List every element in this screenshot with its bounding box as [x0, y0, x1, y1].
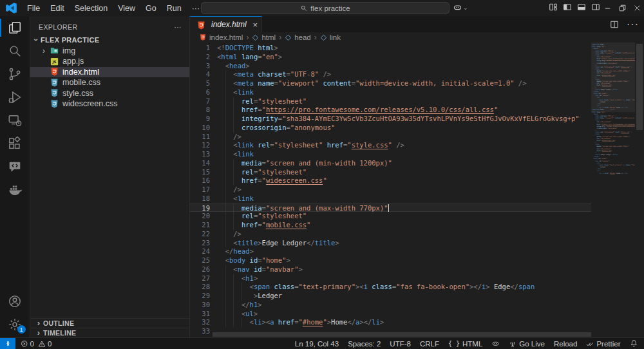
toggle-panel-icon[interactable]: [577, 3, 586, 12]
warning-count: 0: [48, 340, 52, 348]
code-line-26[interactable]: 26 <nav id="navbar">: [190, 265, 591, 274]
status-reload[interactable]: Reload: [554, 340, 577, 348]
vertical-scrollbar[interactable]: [636, 44, 643, 130]
chevron-right-icon: ›: [39, 48, 48, 54]
settings-gear-icon[interactable]: 1: [0, 313, 30, 336]
section-outline[interactable]: ›OUTLINE: [30, 318, 189, 328]
tree-item-style-css[interactable]: style.css: [30, 88, 189, 99]
search-icon[interactable]: [0, 39, 30, 62]
toggle-primary-sidebar-icon[interactable]: [563, 3, 572, 12]
problems-status[interactable]: 0 0: [21, 340, 52, 348]
minimize-button[interactable]: [600, 0, 615, 16]
menu-file[interactable]: File: [22, 3, 45, 14]
tab-index-html[interactable]: index.html ×: [190, 16, 262, 32]
remote-explorer-icon[interactable]: [0, 109, 30, 132]
line-number: 24: [190, 247, 210, 256]
code-line-32[interactable]: 32 <li><a href="#home">Home</a></li>: [190, 318, 591, 327]
folder-root[interactable]: ›FLEX PRACTICE: [30, 35, 189, 46]
breadcrumb-head[interactable]: head: [285, 33, 311, 41]
code-line-17[interactable]: 17 />: [190, 185, 591, 194]
remote-indicator[interactable]: [0, 338, 15, 349]
menu-run[interactable]: Run: [162, 3, 187, 14]
account-icon[interactable]: [0, 290, 30, 313]
code-line-14[interactable]: 14 media="screen and (min-width 1200px)": [190, 159, 591, 168]
close-button[interactable]: [630, 0, 644, 16]
code-line-5[interactable]: 5 <meta name="viewport" content="width=d…: [190, 79, 591, 88]
tree-item-app-js[interactable]: JSapp.js: [30, 56, 189, 67]
breadcrumb-html[interactable]: html: [252, 33, 276, 41]
tree-item-widescreen-css[interactable]: widescreen.css: [30, 99, 189, 109]
html-file-icon: [196, 21, 205, 29]
line-number: 15: [190, 168, 210, 177]
code-line-16[interactable]: 16 href="widescreen.css": [190, 176, 591, 185]
status-eol[interactable]: CRLF: [420, 340, 439, 348]
code-line-18[interactable]: 18 <link: [190, 194, 591, 203]
status-notifications[interactable]: [630, 339, 638, 348]
copilot-menu[interactable]: ⌄: [453, 3, 468, 12]
customize-layout-icon[interactable]: [549, 3, 558, 12]
menu-edit[interactable]: Edit: [45, 3, 70, 14]
code-line-30[interactable]: 30 </h1>: [190, 301, 591, 310]
views-more-actions-icon[interactable]: ···: [174, 23, 182, 31]
status-copilot-status[interactable]: [491, 339, 500, 348]
status-language-mode[interactable]: { }HTML: [448, 340, 482, 348]
code-line-12[interactable]: 12 <link rel="stylesheet" href="style.cs…: [190, 141, 591, 150]
code-line-13[interactable]: 13 <link: [190, 150, 591, 159]
menu-selection[interactable]: Selection: [70, 3, 113, 14]
code-editor[interactable]: 1<!DOCTYPE html>2<html lang="en">3 <head…: [190, 42, 644, 337]
source-control-icon[interactable]: [0, 62, 30, 86]
restore-button[interactable]: [615, 0, 630, 16]
code-line-21[interactable]: 21 href="mobile.css": [190, 221, 591, 230]
menu-view[interactable]: View: [113, 3, 140, 14]
status-cursor-position[interactable]: Ln 19, Col 43: [295, 340, 339, 348]
tree-item-index-html[interactable]: index.html: [30, 67, 189, 78]
editor-more-actions-icon[interactable]: ···: [627, 19, 639, 30]
horizontal-scrollbar[interactable]: [213, 332, 591, 337]
tab-close-icon[interactable]: ×: [252, 20, 258, 30]
code-line-31[interactable]: 31 <ul>: [190, 310, 591, 319]
code-line-24[interactable]: 24 </head>: [190, 247, 591, 256]
code-line-25[interactable]: 25 <body id="home">: [190, 256, 591, 265]
docker-icon[interactable]: [0, 178, 30, 202]
code-line-27[interactable]: 27 <h1>: [190, 274, 591, 283]
code-line-7[interactable]: 7 rel="stylesheet": [190, 97, 591, 106]
chat-icon[interactable]: [0, 155, 30, 178]
split-editor-icon[interactable]: [610, 19, 619, 30]
status-prettier[interactable]: Prettier: [586, 340, 620, 348]
breadcrumb-link[interactable]: link: [320, 33, 341, 41]
menu-go[interactable]: Go: [140, 3, 162, 14]
code-line-8[interactable]: 8 href="https://pro.fontawesome.com/rele…: [190, 106, 591, 115]
code-line-23[interactable]: 23 <title>Edge Ledger</title>: [190, 239, 591, 248]
code-line-22[interactable]: 22 />: [190, 230, 591, 239]
command-center-search[interactable]: flex practice: [201, 2, 450, 14]
code-line-10[interactable]: 10 crossorigin="anonymous": [190, 124, 591, 133]
code-line-11[interactable]: 11 />: [190, 133, 591, 142]
code-line-20[interactable]: 20 rel="stylesheet": [190, 212, 591, 221]
code-line-3[interactable]: 3 <head>: [190, 62, 591, 71]
search-value: flex practice: [310, 5, 350, 12]
run-debug-icon[interactable]: [0, 86, 30, 109]
status-encoding[interactable]: UTF-8: [390, 340, 411, 348]
code-line-1[interactable]: 1<!DOCTYPE html>: [190, 44, 591, 53]
toggle-secondary-sidebar-icon[interactable]: [591, 3, 600, 12]
bell-icon: [630, 339, 638, 348]
code-line-9[interactable]: 9 integrity="sha384-AYmEC3Yw5cVb3ZcuHtOA…: [190, 115, 591, 124]
status-go-live[interactable]: Go Live: [509, 340, 545, 348]
file-label: index.html: [62, 68, 99, 77]
minimap-slider[interactable]: [591, 42, 635, 112]
code-line-6[interactable]: 6 <link: [190, 88, 591, 97]
section-timeline[interactable]: ›TIMELINE: [30, 328, 189, 337]
html-file-icon: [199, 33, 207, 41]
status-indentation[interactable]: Spaces: 2: [348, 340, 381, 348]
explorer-icon[interactable]: [0, 16, 30, 39]
code-line-2[interactable]: 2<html lang="en">: [190, 53, 591, 62]
tree-item-mobile-css[interactable]: mobile.css: [30, 77, 189, 88]
code-line-19[interactable]: 19 media="screen and (max-width 770px)": [190, 203, 591, 212]
code-line-28[interactable]: 28 <span class="text-primary"><i class="…: [190, 283, 591, 292]
extensions-icon[interactable]: [0, 132, 30, 155]
breadcrumb-index-html[interactable]: index.html: [199, 33, 243, 41]
code-line-15[interactable]: 15 rel="stylesheet": [190, 168, 591, 177]
tree-item-img[interactable]: ›img: [30, 46, 189, 57]
code-line-29[interactable]: 29 >Ledger: [190, 292, 591, 301]
code-line-4[interactable]: 4 <meta charset="UTF-8" />: [190, 70, 591, 79]
